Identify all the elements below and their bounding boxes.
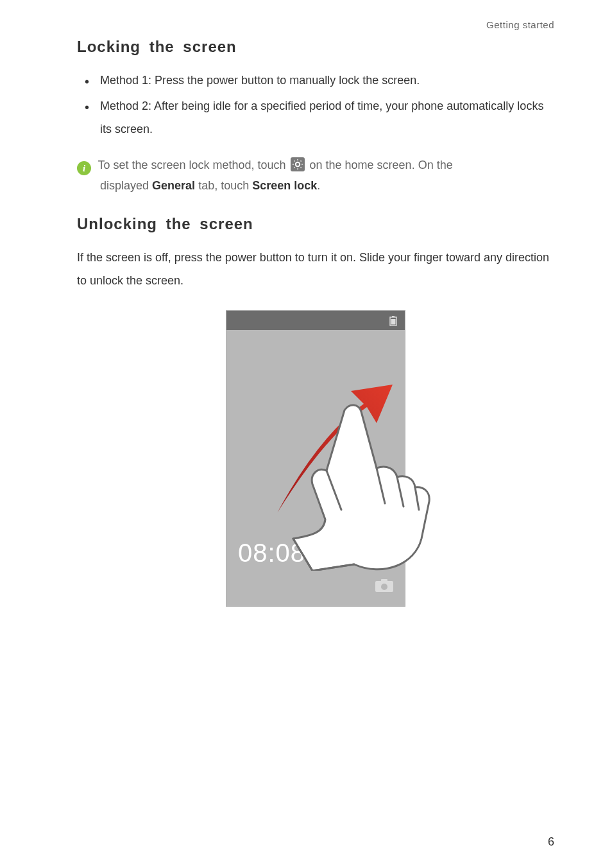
info-callout: i To set the screen lock method, touch o… xyxy=(77,153,554,197)
swipe-gesture-graphic xyxy=(248,372,460,564)
svg-rect-6 xyxy=(381,579,387,582)
info-icon: i xyxy=(77,161,91,175)
illustration-wrap: 08:08 xyxy=(77,310,554,609)
page-number: 6 xyxy=(548,835,554,849)
document-page: Getting started Locking the screen Metho… xyxy=(0,0,612,868)
battery-icon xyxy=(389,316,397,329)
phone-status-bar xyxy=(226,311,405,330)
bullet-method-2: Method 2: After being idle for a specifi… xyxy=(77,94,554,141)
svg-point-7 xyxy=(381,584,387,590)
unlocking-body: If the screen is off, press the power bu… xyxy=(77,246,554,292)
info-line-2: displayed General tab, touch Screen lock… xyxy=(77,174,554,197)
info-tab-text: tab, touch xyxy=(198,179,249,192)
info-text-post: on the home screen. On the xyxy=(310,159,453,171)
info-screenlock-bold: Screen lock xyxy=(252,179,317,192)
svg-point-1 xyxy=(296,162,300,166)
info-text-pre: To set the screen lock method, touch xyxy=(98,159,285,171)
camera-icon xyxy=(375,579,393,595)
heading-unlocking: Unlocking the screen xyxy=(77,215,554,233)
settings-gear-icon xyxy=(290,157,305,172)
info-general-bold: General xyxy=(152,179,195,192)
svg-rect-4 xyxy=(391,319,396,325)
phone-lockscreen-illustration: 08:08 xyxy=(226,310,405,607)
info-period: . xyxy=(317,179,320,192)
bullet-method-1: Method 1: Press the power button to manu… xyxy=(77,69,554,92)
locking-bullets: Method 1: Press the power button to manu… xyxy=(77,69,554,141)
info-displayed: displayed xyxy=(100,179,149,192)
running-header: Getting started xyxy=(77,19,554,30)
heading-locking: Locking the screen xyxy=(77,38,554,56)
